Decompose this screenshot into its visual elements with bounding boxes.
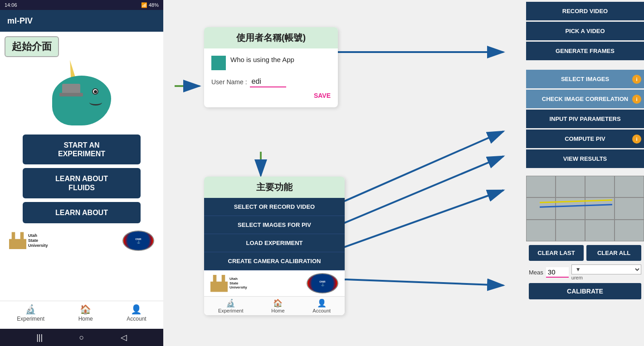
func-nav-account[interactable]: 👤 Account	[312, 298, 331, 313]
username-row: User Name :	[211, 77, 331, 87]
android-recent[interactable]: ◁	[121, 332, 127, 342]
nav-experiment[interactable]: 🔬 Experiment	[17, 304, 44, 327]
check-image-correlation-button[interactable]: CHECK IMAGE CORRELATION i	[526, 90, 644, 108]
bottom-button-group: SELECT IMAGES i CHECK IMAGE CORRELATION …	[526, 68, 644, 171]
flow-area: 使用者名稱(帳號) Who is using the App User Name…	[163, 0, 526, 346]
func-logos: UtahStateUniversity ONR⚓	[204, 270, 345, 296]
nav-experiment-label: Experiment	[17, 316, 44, 322]
right-panel: RECORD VIDEO PICK A VIDEO GENERATE FRAME…	[526, 0, 644, 346]
grid-cell	[556, 176, 585, 197]
create-calibration-button[interactable]: CREATE CAMERA CALIBRATION	[204, 252, 345, 270]
android-home[interactable]: ○	[79, 333, 84, 342]
func-account-icon: 👤	[317, 298, 327, 308]
select-images-button[interactable]: SELECT IMAGES i	[526, 70, 644, 88]
func-onr-logo: ONR⚓	[307, 273, 338, 293]
calibrate-button[interactable]: CALIBRATE	[529, 283, 641, 299]
svg-line-5	[320, 156, 503, 233]
main-function-screen: 主要功能 SELECT OR RECORD VIDEO SELECT IMAGE…	[204, 177, 345, 315]
grid-cell	[526, 176, 556, 197]
phone-content: 起始介面 START ANEXPERIMENT LEARN ABOUTFLUID…	[0, 32, 163, 301]
load-experiment-button[interactable]: LOAD EXPERIMENT	[204, 234, 345, 252]
start-screen-label: 起始介面	[5, 36, 59, 57]
func-nav-account-label: Account	[312, 308, 331, 313]
func-nav-home-label: Home	[271, 308, 284, 313]
username-screen-body: Who is using the App User Name : SAVE	[204, 48, 338, 107]
onr-logo: ONR⚓	[122, 231, 154, 251]
input-piv-button[interactable]: INPUT PIV PARAMETERS	[526, 110, 644, 128]
clear-buttons-row: CLEAR LAST CLEAR ALL	[529, 245, 641, 261]
top-button-group: RECORD VIDEO PICK A VIDEO GENERATE FRAME…	[526, 0, 644, 63]
svg-line-6	[320, 190, 503, 256]
meas-unit-dropdown[interactable]: ▼	[571, 264, 641, 274]
meas-input[interactable]	[546, 267, 569, 278]
who-icon	[211, 56, 226, 70]
username-input[interactable]	[250, 77, 286, 87]
grid-cell	[585, 176, 615, 197]
camera-grid	[526, 176, 644, 241]
check-image-info-badge[interactable]: i	[632, 95, 641, 104]
meas-sublabel: urem	[571, 275, 641, 280]
func-utah-logo: UtahStateUniversity	[210, 275, 247, 292]
grid-cell	[556, 220, 585, 241]
battery-level: 48%	[149, 2, 159, 8]
account-icon: 👤	[131, 304, 142, 315]
measurement-row: Meas ▼ urem	[529, 264, 641, 280]
view-results-button[interactable]: VIEW RESULTS	[526, 149, 644, 168]
nav-home-label: Home	[78, 316, 93, 322]
func-nav-home[interactable]: 🏠 Home	[271, 298, 284, 313]
grid-cell	[615, 197, 644, 219]
eye	[92, 88, 98, 95]
main-func-title: 主要功能	[204, 177, 345, 198]
username-screen: 使用者名稱(帳號) Who is using the App User Name…	[204, 27, 338, 107]
nav-home[interactable]: 🏠 Home	[78, 304, 93, 327]
func-nav-experiment[interactable]: 🔬 Experiment	[218, 298, 244, 313]
hat	[62, 84, 80, 94]
save-button[interactable]: SAVE	[211, 90, 331, 101]
record-video-button[interactable]: RECORD VIDEO	[526, 2, 644, 20]
nav-account[interactable]: 👤 Account	[127, 304, 146, 327]
grid-cell	[615, 220, 644, 241]
hat-brim	[59, 93, 83, 96]
who-text: Who is using the App	[230, 55, 294, 64]
compute-piv-info-badge[interactable]: i	[632, 135, 641, 144]
learn-about-button[interactable]: LEARN ABOUT	[23, 202, 141, 223]
nav-account-label: Account	[127, 316, 146, 322]
castle-icon	[9, 232, 26, 249]
status-bar: 14:06 📶 48%	[0, 0, 163, 10]
func-experiment-icon: 🔬	[226, 298, 235, 308]
select-record-button[interactable]: SELECT OR RECORD VIDEO	[204, 198, 345, 216]
clear-last-button[interactable]: CLEAR LAST	[529, 245, 584, 261]
select-images-info-badge[interactable]: i	[632, 75, 641, 84]
phone-title: ml-PIV	[0, 10, 163, 32]
grid-cell	[526, 220, 556, 241]
learn-fluids-button[interactable]: LEARN ABOUTFLUIDS	[23, 168, 141, 198]
smile	[89, 99, 102, 106]
android-nav-bar: ||| ○ ◁	[0, 329, 163, 346]
username-label: User Name :	[211, 78, 247, 86]
status-time: 14:06	[5, 2, 17, 8]
home-icon: 🏠	[80, 304, 91, 315]
compute-piv-button[interactable]: COMPUTE PIV i	[526, 130, 644, 148]
separator-2	[526, 171, 644, 176]
pick-video-button[interactable]: PICK A VIDEO	[526, 22, 644, 40]
who-row: Who is using the App	[211, 55, 331, 70]
svg-line-7	[320, 279, 503, 285]
select-images-piv-button[interactable]: SELECT IMAGES FOR PIV	[204, 216, 345, 234]
meas-label: Meas	[529, 269, 543, 276]
utah-text: UtahStateUniversity	[28, 233, 48, 248]
android-back[interactable]: |||	[36, 333, 43, 342]
status-icons: 📶 48%	[141, 2, 159, 8]
username-screen-title: 使用者名稱(帳號)	[204, 27, 338, 48]
generate-frames-button[interactable]: GENERATE FRAMES	[526, 42, 644, 60]
grid-cell	[526, 197, 556, 219]
func-home-icon: 🏠	[273, 298, 283, 308]
clear-all-button[interactable]: CLEAR ALL	[586, 245, 641, 261]
func-castle-icon	[210, 275, 228, 292]
func-nav-experiment-label: Experiment	[218, 308, 244, 313]
func-nav: 🔬 Experiment 🏠 Home 👤 Account	[204, 296, 345, 315]
meas-unit-area: ▼ urem	[571, 264, 641, 280]
camera-view	[526, 176, 644, 241]
start-experiment-button[interactable]: START ANEXPERIMENT	[23, 135, 141, 164]
func-utah-text: UtahStateUniversity	[229, 277, 247, 290]
grid-cell	[615, 176, 644, 197]
